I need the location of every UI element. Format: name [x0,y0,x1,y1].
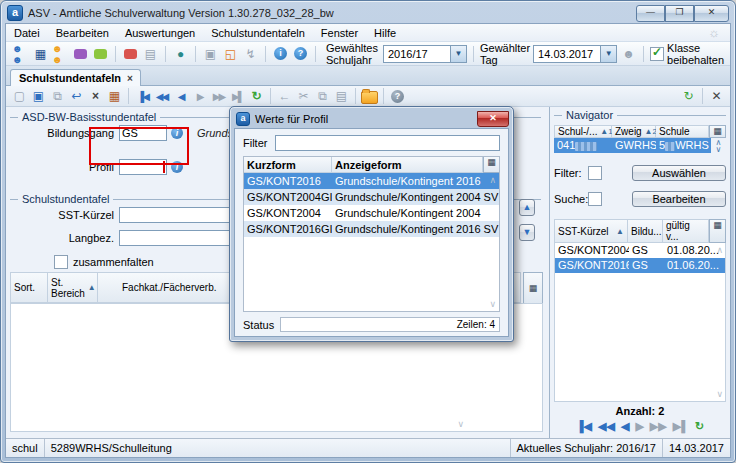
col-zweig[interactable]: Zweig ▲2 [612,125,656,138]
dialog-filter-input[interactable] [275,135,500,151]
scroll-up-icon[interactable]: ∧ [489,175,496,185]
first-icon[interactable]: ▐◀ [576,420,592,433]
classes-board-icon[interactable]: ▦ [32,46,49,62]
profil-field[interactable] [119,159,167,175]
delete-record-icon[interactable]: × [87,88,104,104]
col-st-bereich[interactable]: St. Bereich ▲ [48,272,98,303]
menu-auswertungen[interactable]: Auswertungen [125,27,195,39]
col-kurzform[interactable]: Kurzform [244,157,332,173]
bearbeiten-button[interactable]: Bearbeiten [632,191,726,207]
spinner-down-icon[interactable]: ▼ [519,224,535,241]
previous-record-icon[interactable]: ◀ [172,88,189,104]
flash-icon[interactable]: ↯ [242,46,259,62]
schuljahr-label: Gewähltes Schuljahr [326,42,380,66]
column-chooser-icon[interactable]: ▦ [523,272,543,305]
last-record-icon[interactable]: ▶▌ [229,88,246,104]
menu-datei[interactable]: Datei [14,27,40,39]
students-icon[interactable]: ☻☻ [12,46,29,62]
report-printer-icon[interactable]: ▤ [142,46,159,62]
klasse-beibehalten-checkbox[interactable] [650,47,664,61]
table-delete-icon[interactable]: ▦ [106,88,123,104]
bildungsgang-field[interactable]: GS [119,125,167,141]
paste-icon[interactable]: ▤ [333,88,350,104]
layers-icon[interactable]: ▣ [202,46,219,62]
row-scroll-icons[interactable]: ∧∨ [711,139,726,153]
chevron-down-icon[interactable]: ▼ [450,46,466,62]
tab-schulstundentafeln[interactable]: Schulstundentafeln × [10,69,141,86]
col-schul[interactable]: Schul-/... ▲1 [554,125,612,138]
dialog-row[interactable]: GS/KONT2004GI Grundschule/Kontingent 200… [244,189,499,205]
filter-checkbox[interactable] [588,166,602,180]
auswaehlen-button[interactable]: Auswählen [632,165,726,181]
minimize-button[interactable]: — [636,5,665,22]
new-record-icon[interactable]: ▢ [11,88,28,104]
suche-checkbox[interactable] [588,192,602,206]
dialog-row[interactable]: GS/KONT2016GI Grundschule/Kontingent 201… [244,221,499,237]
chat-purple-icon[interactable] [72,46,89,62]
save-icon[interactable]: ▣ [30,88,47,104]
scroll-down-icon[interactable]: ∨ [489,299,496,309]
col-schule[interactable]: Schule [656,125,709,138]
info-icon[interactable]: i [171,127,183,139]
cut-icon[interactable]: ✂ [295,88,312,104]
info-icon[interactable]: i [171,161,183,173]
col-gueltig[interactable]: gültig v... [663,219,709,243]
fast-back-icon[interactable]: ◀◀ [598,420,615,433]
scroll-up-icon[interactable]: ∧ [716,245,723,255]
fast-forward-icon[interactable]: ▶▶ [210,88,227,104]
tag-select[interactable]: 14.03.2017 ▼ [533,45,617,63]
chat-red-icon[interactable] [122,46,139,62]
folder-icon[interactable] [361,88,378,104]
copy-record-icon[interactable]: ⧉ [49,88,66,104]
col-sst-kuerzel[interactable]: SST-Kürzel▲ [554,219,628,243]
schuljahr-select[interactable]: 2016/17 ▼ [383,45,467,63]
menu-bearbeiten[interactable]: Bearbeiten [56,27,109,39]
fast-forward-icon[interactable]: ▶▶ [650,420,667,433]
redacted-text [665,142,675,151]
col-sort[interactable]: Sort. [10,272,48,303]
refresh-icon[interactable]: ↻ [695,420,704,433]
undo-icon[interactable]: ↩ [68,88,85,104]
back-icon[interactable]: ◀ [621,420,629,433]
back-arrow-icon[interactable]: ← [276,88,293,104]
refresh-icon[interactable]: ↻ [248,88,265,104]
globe-icon[interactable]: ● [172,46,189,62]
zusammenfalten-checkbox[interactable] [54,255,68,269]
panel-close-icon[interactable]: ✕ [708,88,725,104]
column-chooser-icon[interactable]: ▦ [709,125,726,138]
help2-icon[interactable]: ? [389,88,406,104]
fast-back-icon[interactable]: ◀◀ [153,88,170,104]
first-record-icon[interactable]: ▐◀ [134,88,151,104]
spinner-up-icon[interactable]: ▲ [519,199,535,216]
sst-row[interactable]: GS/KONT2004 GS 01.08.20... [555,243,725,258]
menu-hilfe[interactable]: Hilfe [374,27,396,39]
help-icon[interactable]: ? [292,46,309,62]
menu-fenster[interactable]: Fenster [321,27,358,39]
last-icon[interactable]: ▶▌ [673,420,689,433]
scroll-down-icon[interactable]: ∨ [716,389,723,399]
tab-close-icon[interactable]: × [127,73,133,84]
teachers-icon[interactable]: ☻☻ [52,46,69,62]
dialog-row[interactable]: GS/KONT2004 Grundschule/Kontingent 2004 [244,205,499,221]
next-record-icon[interactable]: ▶ [191,88,208,104]
scroll-down-icon[interactable]: ∨ [457,419,464,429]
forward-icon[interactable]: ▶ [635,420,643,433]
copy-icon[interactable]: ⧉ [314,88,331,104]
school-row[interactable]: 041 GWRHS 5WRHS ∧∨ [554,138,726,153]
column-chooser-icon[interactable]: ▦ [483,157,499,173]
column-chooser-icon[interactable]: ▦ [709,219,726,243]
col-bildungsgang[interactable]: Bildu... [628,219,663,243]
menu-schulstundentafeln[interactable]: Schulstundentafeln [211,27,305,39]
maximize-button[interactable]: ❐ [665,5,694,22]
info-icon[interactable]: i [272,46,289,62]
chevron-down-icon[interactable]: ▼ [600,46,616,62]
chat-green-icon[interactable] [92,46,109,62]
dialog-row[interactable]: GS/KONT2016 Grundschule/Kontingent 2016 [244,173,499,189]
col-anzeigeform[interactable]: Anzeigeform [332,157,483,173]
close-button[interactable]: ✕ [694,5,729,22]
export-refresh-icon[interactable]: ↻ [680,88,697,104]
sst-table-body: GS/KONT2004 GS 01.08.20... GS/KONT2016 G… [554,243,726,402]
dialog-close-button[interactable]: ✕ [477,111,509,127]
window-badge-icon[interactable]: ◱ [222,46,239,62]
sst-row[interactable]: GS/KONT2016 GS 01.06.20... [555,258,725,273]
